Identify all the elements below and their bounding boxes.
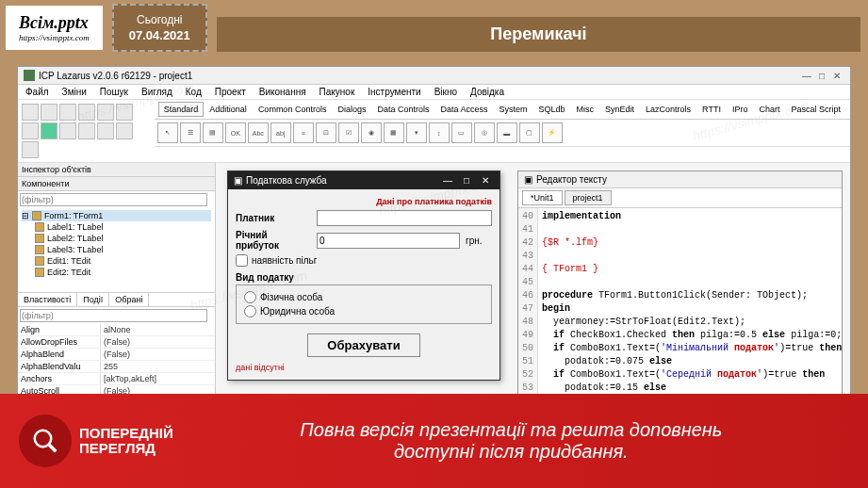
radio-physical[interactable] xyxy=(244,291,256,303)
label-comp-icon[interactable]: Abc xyxy=(248,122,269,143)
menu-tools[interactable]: Інструменти xyxy=(368,87,420,97)
save-icon[interactable] xyxy=(59,104,76,121)
tab-additional[interactable]: Additional xyxy=(204,102,253,117)
check-comp-icon[interactable]: ☑ xyxy=(338,122,359,143)
tab-project1[interactable]: project1 xyxy=(565,190,612,205)
memo-comp-icon[interactable]: ≡ xyxy=(293,122,314,143)
menu-code[interactable]: Код xyxy=(186,87,202,97)
property-tabs[interactable]: Властивості Події Обрані xyxy=(18,293,215,307)
radio-legal[interactable] xyxy=(244,305,256,317)
minimize-icon[interactable]: — xyxy=(439,175,456,186)
prop-value[interactable]: alNone xyxy=(101,324,215,335)
step-out-icon[interactable] xyxy=(22,141,39,158)
income-input[interactable] xyxy=(317,233,460,249)
benefits-checkbox[interactable] xyxy=(236,254,248,267)
button-comp-icon[interactable]: OK xyxy=(225,122,246,143)
ide-titlebar[interactable]: ICP Lazarus v2.0.6 r62129 - project1 —□✕ xyxy=(18,67,850,85)
popup-comp-icon[interactable]: ▤ xyxy=(203,122,223,143)
prop-value[interactable]: (False) xyxy=(101,336,215,348)
prop-name[interactable]: Align xyxy=(18,324,101,335)
component-palette[interactable]: ↖ ☰ ▤ OK Abc ab| ≡ ⊡ ☑ ◉ ▦ ▾ ↕ ▭ ◎ ▬ ▢ ⚡ xyxy=(155,120,850,147)
list-comp-icon[interactable]: ▦ xyxy=(384,122,404,143)
radio-comp-icon[interactable]: ◉ xyxy=(361,122,382,143)
tab-dataacc[interactable]: Data Access xyxy=(434,102,493,117)
group-comp-icon[interactable]: ▭ xyxy=(451,122,472,143)
prop-name[interactable]: AllowDropFiles xyxy=(18,336,101,348)
unit-icon[interactable] xyxy=(116,104,133,121)
editor-titlebar[interactable]: ▣ Редактор тексту xyxy=(518,171,842,188)
editor-tabs[interactable]: *Unit1 project1 xyxy=(518,188,842,208)
menu-window[interactable]: Вікно xyxy=(434,87,457,97)
menu-help[interactable]: Довідка xyxy=(470,87,504,97)
menu-comp-icon[interactable]: ☰ xyxy=(180,122,201,143)
toggle-comp-icon[interactable]: ⊡ xyxy=(316,122,336,143)
toggle-icon[interactable] xyxy=(22,122,39,139)
tab-properties[interactable]: Властивості xyxy=(18,293,77,306)
tab-dialogs[interactable]: Dialogs xyxy=(332,102,371,117)
prop-value[interactable]: (False) xyxy=(101,349,215,360)
property-filter[interactable] xyxy=(20,309,207,322)
date-badge: Сьогодні 07.04.2021 xyxy=(112,4,207,52)
prop-name[interactable]: Anchors xyxy=(18,373,101,384)
tab-ipro[interactable]: IPro xyxy=(727,102,754,117)
tab-pascal[interactable]: Pascal Script xyxy=(785,102,846,117)
menu-edit[interactable]: Зміни xyxy=(62,87,87,97)
tree-item: ⊟Form1: TForm1 xyxy=(22,210,211,221)
prop-value[interactable]: 255 xyxy=(101,361,215,372)
main-toolbar[interactable] xyxy=(20,102,153,160)
component-tabs[interactable]: Standard Additional Common Controls Dial… xyxy=(155,100,850,120)
panel-comp-icon[interactable]: ▬ xyxy=(497,122,517,143)
prop-value[interactable]: [akTop,akLeft] xyxy=(101,373,215,384)
stop-icon[interactable] xyxy=(78,122,95,139)
menu-project[interactable]: Проект xyxy=(215,87,246,97)
menubar[interactable]: Файл Зміни Пошук Вигляд Код Проект Викон… xyxy=(18,85,850,100)
pause-icon[interactable] xyxy=(59,122,76,139)
payer-input[interactable] xyxy=(317,210,492,226)
frame-comp-icon[interactable]: ▢ xyxy=(519,122,540,143)
form-body[interactable]: Дані про платника податків Платник Річни… xyxy=(228,189,500,380)
menu-search[interactable]: Пошук xyxy=(100,87,128,97)
prop-name[interactable]: AlphaBlendValu xyxy=(18,361,101,372)
maximize-icon[interactable]: □ xyxy=(458,175,475,186)
tab-misc[interactable]: Misc xyxy=(571,102,600,117)
calculate-button[interactable]: Обрахувати xyxy=(307,333,419,357)
window-buttons[interactable]: —□✕ xyxy=(799,71,844,81)
tab-datactrl[interactable]: Data Controls xyxy=(371,102,434,117)
tab-unit1[interactable]: *Unit1 xyxy=(522,190,563,205)
minus-icon[interactable]: ⊟ xyxy=(22,211,29,220)
saveall-icon[interactable] xyxy=(78,104,95,121)
prop-name[interactable]: AlphaBlend xyxy=(18,349,101,360)
component-tree[interactable]: ⊟Form1: TForm1 Label1: TLabel Label2: TL… xyxy=(18,208,215,293)
radiogrp-comp-icon[interactable]: ◎ xyxy=(474,122,495,143)
form-titlebar[interactable]: ▣ Податкова служба — □ ✕ xyxy=(228,171,500,189)
payer-label: Платник xyxy=(236,213,311,223)
tab-system[interactable]: System xyxy=(493,102,532,117)
menu-view[interactable]: Вигляд xyxy=(141,87,172,97)
tab-chart[interactable]: Chart xyxy=(753,102,785,117)
tab-fav[interactable]: Обрані xyxy=(109,293,149,306)
step-into-icon[interactable] xyxy=(116,122,133,139)
tab-sqldb[interactable]: SQLdb xyxy=(533,102,571,117)
scroll-comp-icon[interactable]: ↕ xyxy=(429,122,450,143)
form-designer[interactable]: ▣ Податкова служба — □ ✕ Дані про платни… xyxy=(227,171,500,381)
component-filter[interactable] xyxy=(20,193,207,206)
menu-package[interactable]: Пакунок xyxy=(319,87,355,97)
action-comp-icon[interactable]: ⚡ xyxy=(542,122,563,143)
open-icon[interactable] xyxy=(41,104,57,121)
tab-common[interactable]: Common Controls xyxy=(253,102,333,117)
combo-comp-icon[interactable]: ▾ xyxy=(406,122,427,143)
menu-file[interactable]: Файл xyxy=(25,87,49,97)
tab-standard[interactable]: Standard xyxy=(158,102,205,117)
tab-synedit[interactable]: SynEdit xyxy=(599,102,640,117)
tab-events[interactable]: Події xyxy=(77,293,109,306)
new-icon[interactable] xyxy=(22,104,39,121)
edit-comp-icon[interactable]: ab| xyxy=(270,122,291,143)
close-icon[interactable]: ✕ xyxy=(477,175,494,186)
tab-rtti[interactable]: RTTI xyxy=(696,102,727,117)
run-icon[interactable] xyxy=(41,122,57,139)
tab-lazctrl[interactable]: LazControls xyxy=(640,102,696,117)
step-over-icon[interactable] xyxy=(97,122,114,139)
form-icon[interactable] xyxy=(97,104,114,121)
cursor-icon[interactable]: ↖ xyxy=(157,122,178,143)
menu-run[interactable]: Виконання xyxy=(259,87,306,97)
